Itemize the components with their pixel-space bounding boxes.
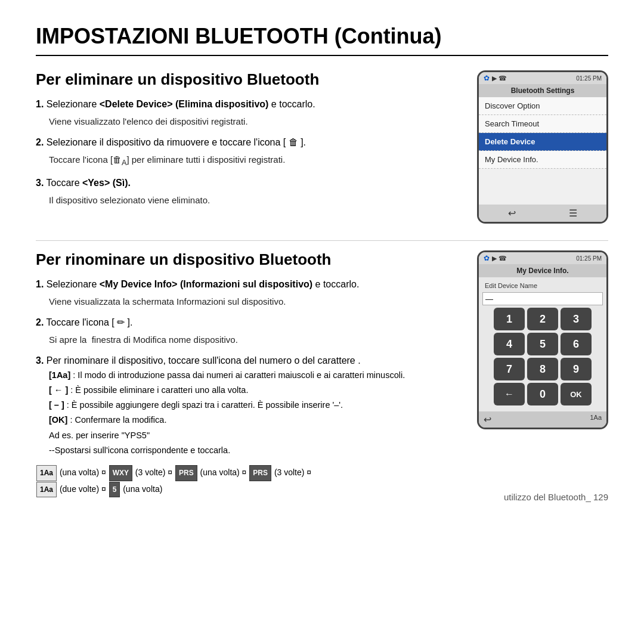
step-num: 2. — [36, 317, 44, 327]
section-delete-text: Per eliminare un dispositivo Bluetooth 1… — [36, 70, 465, 214]
bluetooth-icon-2: ✿ — [484, 254, 490, 262]
step-2-2: 2. Toccare l'icona [ ✏ ]. Si apre la fin… — [36, 315, 465, 346]
status-time-1: 01:25 PM — [576, 75, 602, 82]
step-num: 3. — [36, 355, 44, 366]
key-3[interactable]: 3 — [561, 308, 592, 330]
key-5-pad[interactable]: 5 — [527, 333, 558, 355]
edit-label: Edit Device Name — [482, 281, 603, 290]
bluetooth-icon: ✿ — [484, 74, 490, 82]
key-legend: 1Aa (una volta) ¤ WXY (3 volte) ¤ PRS (u… — [36, 465, 465, 497]
section-delete: Per eliminare un dispositivo Bluetooth 1… — [36, 70, 608, 224]
section-rename-title: Per rinominare un dispositivo Bluetooth — [36, 250, 465, 269]
step-num: 1. — [36, 279, 44, 289]
step-bold: <Yes> (Sì). — [82, 178, 131, 188]
step-num: 2. — [36, 137, 44, 147]
key-prs-2[interactable]: PRS — [249, 465, 271, 481]
step-num: 1. — [36, 99, 44, 109]
step-indent: Viene visualizzata la schermata Informaz… — [49, 295, 465, 308]
phone-mockup-2: ✿ ▶ ☎ 01:25 PM My Device Info. Edit Devi… — [477, 250, 608, 429]
key-0[interactable]: 0 — [527, 383, 558, 405]
step-2-3: 3. Per rinominare il dispositivo, toccar… — [36, 354, 465, 457]
key-1[interactable]: 1 — [494, 308, 525, 330]
divider — [36, 240, 608, 241]
step-indent: Il dispositivo selezionato viene elimina… — [49, 193, 465, 207]
section-delete-title: Per eliminare un dispositivo Bluetooth — [36, 70, 465, 89]
step-num: 3. — [36, 178, 44, 188]
page: IMPOSTAZIONI BLUETOOTH (Continua) Per el… — [0, 0, 644, 515]
main-title: IMPOSTAZIONI BLUETOOTH (Continua) — [36, 24, 608, 56]
key-1aa-1[interactable]: 1Aa — [36, 465, 57, 481]
phone-header-2: My Device Info. — [479, 264, 606, 277]
mode-indicator: 1Aa — [590, 414, 602, 425]
key-1aa-2[interactable]: 1Aa — [36, 482, 57, 498]
section-rename-text: Per rinominare un dispositivo Bluetooth … — [36, 250, 465, 497]
status-icons: ▶ ☎ — [492, 75, 507, 82]
key-5[interactable]: 5 — [109, 482, 120, 498]
key-2[interactable]: 2 — [527, 308, 558, 330]
step-indent: Toccare l'icona [🗑A] per eliminare tutti… — [49, 153, 465, 169]
key-8[interactable]: 8 — [527, 358, 558, 380]
step-bold: <Delete Device> (Elimina dispositivo) — [100, 99, 269, 109]
section-rename: Per rinominare un dispositivo Bluetooth … — [36, 250, 608, 497]
status-time-2: 01:25 PM — [576, 255, 602, 262]
status-left-2: ✿ ▶ ☎ — [484, 254, 507, 262]
step-indent: Viene visualizzato l'elenco dei disposit… — [49, 114, 465, 128]
legend-line2: 1Aa (due volte) ¤ 5 (una volta) — [36, 481, 465, 498]
step-sub: [1Aa] : Il modo di introduzione passa da… — [49, 369, 465, 457]
page-footer: utilizzo del Bluetooth_ 129 — [504, 492, 608, 502]
menu-item-delete[interactable]: Delete Device — [479, 133, 606, 151]
step-1-1: 1. Selezionare <Delete Device> (Elimina … — [36, 97, 465, 128]
keypad-row-3: 7 8 9 — [482, 358, 603, 380]
keypad-row-1: 1 2 3 — [482, 308, 603, 330]
phone-footer-1: ↩ ☰ — [479, 205, 606, 222]
legend-line1: 1Aa (una volta) ¤ WXY (3 volte) ¤ PRS (u… — [36, 465, 465, 481]
key-7[interactable]: 7 — [494, 358, 525, 380]
step-indent: Si apre la finestra di Modifica nome dis… — [49, 333, 465, 346]
step-2-1: 1. Selezionare <My Device Info> (Informa… — [36, 277, 465, 308]
edit-box[interactable]: — — [482, 292, 603, 305]
menu-item-search[interactable]: Search Timeout — [479, 115, 606, 133]
key-6[interactable]: 6 — [561, 333, 592, 355]
back-btn-2[interactable]: ↩ — [484, 414, 491, 425]
phone-header-1: Bluetooth Settings — [479, 84, 606, 97]
status-icons-2: ▶ ☎ — [492, 255, 507, 262]
key-wxy[interactable]: WXY — [109, 465, 132, 481]
phone-mockup-1: ✿ ▶ ☎ 01:25 PM Bluetooth Settings Discov… — [477, 70, 608, 224]
key-prs-1[interactable]: PRS — [175, 465, 197, 481]
step-1-2: 2. Selezionare il dispositivo da rimuove… — [36, 135, 465, 169]
key-9[interactable]: 9 — [561, 358, 592, 380]
key-backspace[interactable]: ← — [494, 383, 525, 405]
status-bar-2: ✿ ▶ ☎ 01:25 PM — [479, 252, 606, 264]
step-1-3: 3. Toccare <Yes> (Sì). Il dispositivo se… — [36, 176, 465, 207]
key-4[interactable]: 4 — [494, 333, 525, 355]
key-ok[interactable]: OK — [561, 383, 592, 405]
edit-value: — — [485, 295, 493, 304]
phone-footer-2: ↩ 1Aa — [479, 411, 606, 428]
keypad: Edit Device Name — 1 2 3 4 5 6 — [479, 277, 606, 411]
status-left: ✿ ▶ ☎ — [484, 74, 507, 82]
step-bold: <My Device Info> (Informazioni sul dispo… — [100, 279, 312, 289]
menu-btn[interactable]: ☰ — [569, 208, 577, 219]
menu-item-mydevice[interactable]: My Device Info. — [479, 151, 606, 169]
menu-item-discover[interactable]: Discover Option — [479, 97, 606, 115]
keypad-row-2: 4 5 6 — [482, 333, 603, 355]
keypad-row-4: ← 0 OK — [482, 383, 603, 405]
status-bar-1: ✿ ▶ ☎ 01:25 PM — [479, 72, 606, 84]
back-btn[interactable]: ↩ — [508, 208, 516, 219]
